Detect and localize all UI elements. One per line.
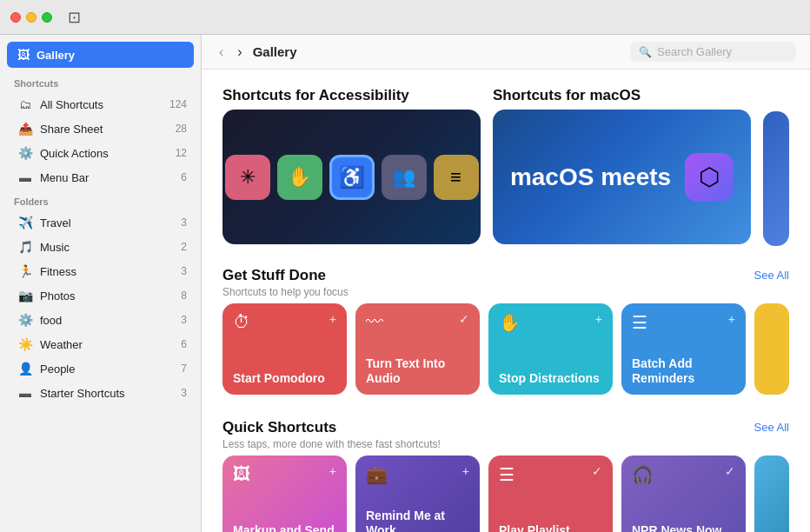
weather-icon: ☀️ <box>17 337 33 351</box>
markup-action: + <box>329 464 336 478</box>
food-label: food <box>40 314 174 327</box>
play-playlist-icon: ☰ <box>499 464 515 485</box>
stop-distractions-icon: ✋ <box>499 312 521 333</box>
toolbar: ‹ › Gallery 🔍 <box>202 35 810 70</box>
sidebar-item-people[interactable]: 👤 People 7 <box>3 357 197 380</box>
markup-icon: 🖼 <box>233 464 250 484</box>
card-top: ☰ + <box>632 312 735 333</box>
remind-work-icon: 💼 <box>366 464 388 485</box>
all-shortcuts-icon: 🗂 <box>17 97 33 111</box>
forward-button[interactable]: › <box>234 43 245 62</box>
acc-icon-green: ✋ <box>277 155 322 200</box>
people-icon: 👤 <box>17 362 33 376</box>
macos-hero-card[interactable]: macOS meets ⬡ <box>493 110 751 244</box>
travel-count: 3 <box>181 216 187 229</box>
get-stuff-done-header: Get Stuff Done Shortcuts to help you foc… <box>222 267 789 298</box>
accessibility-icons: ✳ ✋ ♿ 👥 ≡ <box>225 155 479 200</box>
fitness-count: 3 <box>181 265 187 277</box>
sidebar-item-share-sheet[interactable]: 📤 Share Sheet 28 <box>3 117 197 140</box>
accessibility-hero-card[interactable]: ✳ ✋ ♿ 👥 ≡ <box>222 110 481 244</box>
sidebar-item-menu-bar[interactable]: ▬ Menu Bar 6 <box>3 166 197 189</box>
acc-icon-pink: ✳ <box>225 155 270 200</box>
text-audio-action: ✓ <box>459 312 469 326</box>
batch-reminders-action: + <box>728 312 735 326</box>
search-box: 🔍 <box>630 42 796 62</box>
minimize-button[interactable] <box>26 12 37 23</box>
remind-work-title: Remind Me at Work <box>366 509 469 532</box>
share-sheet-label: Share Sheet <box>40 123 169 136</box>
partial-card-right-2 <box>754 456 789 532</box>
npr-title: NPR News Now <box>632 523 735 532</box>
all-shortcuts-label: All Shortcuts <box>40 98 163 111</box>
sidebar-item-gallery[interactable]: 🖼 Gallery <box>7 42 194 68</box>
accessibility-header: Shortcuts for Accessibility <box>222 87 481 104</box>
quick-shortcuts-see-all[interactable]: See All <box>754 419 789 434</box>
pomodoro-icon: ⏱ <box>233 312 250 332</box>
accessibility-title: Shortcuts for Accessibility <box>222 87 409 104</box>
search-input[interactable] <box>657 45 787 58</box>
back-button[interactable]: ‹ <box>216 43 227 62</box>
card-npr-news-now[interactable]: 🎧 ✓ NPR News Now <box>621 456 746 532</box>
stop-distractions-title: Stop Distractions <box>499 371 602 386</box>
people-label: People <box>40 362 174 376</box>
food-count: 3 <box>181 314 187 326</box>
partial-card-right <box>754 303 789 395</box>
quick-shortcuts-header: Quick Shortcuts Less taps, more done wit… <box>222 419 789 450</box>
card-batch-add-reminders[interactable]: ☰ + Batch Add Reminders <box>621 303 746 395</box>
text-audio-icon: 〰 <box>366 312 383 332</box>
people-count: 7 <box>181 362 187 375</box>
sidebar-toggle-icon[interactable]: ⊡ <box>68 8 81 27</box>
card-play-playlist[interactable]: ☰ ✓ Play Playlist <box>488 456 613 532</box>
card-top: ⏱ + <box>233 312 336 332</box>
weather-count: 6 <box>181 338 187 350</box>
sidebar-item-travel[interactable]: ✈️ Travel 3 <box>3 211 197 234</box>
card-remind-me-at-work[interactable]: 💼 + Remind Me at Work <box>355 456 480 532</box>
title-bar: ⊡ <box>0 0 810 35</box>
card-start-pomodoro[interactable]: ⏱ + Start Pomodoro <box>222 303 347 395</box>
photos-label: Photos <box>40 289 174 303</box>
macos-title: Shortcuts for macOS <box>493 87 641 104</box>
batch-reminders-icon: ☰ <box>632 312 647 333</box>
sidebar: 🖼 Gallery Shortcuts 🗂 All Shortcuts 124 … <box>0 35 202 532</box>
card-stop-distractions[interactable]: ✋ + Stop Distractions <box>488 303 613 395</box>
menu-bar-label: Menu Bar <box>40 171 174 184</box>
sidebar-item-food[interactable]: ⚙️ food 3 <box>3 309 197 331</box>
travel-icon: ✈️ <box>17 216 33 229</box>
sidebar-item-music[interactable]: 🎵 Music 2 <box>3 236 197 258</box>
share-sheet-icon: 📤 <box>17 122 33 136</box>
sidebar-item-fitness[interactable]: 🏃 Fitness 3 <box>3 260 197 283</box>
quick-shortcuts-subtitle: Less taps, more done with these fast sho… <box>222 438 441 450</box>
get-stuff-done-title: Get Stuff Done <box>222 267 349 284</box>
page-title: Gallery <box>253 44 623 59</box>
accessibility-section: Shortcuts for Accessibility ✳ ✋ ♿ 👥 ≡ <box>222 87 481 246</box>
sidebar-item-weather[interactable]: ☀️ Weather 6 <box>3 333 197 356</box>
sidebar-item-all-shortcuts[interactable]: 🗂 All Shortcuts 124 <box>3 93 197 116</box>
sidebar-gallery-label: Gallery <box>37 49 75 62</box>
starter-shortcuts-icon: ▬ <box>17 386 33 400</box>
sidebar-item-starter-shortcuts[interactable]: ▬ Starter Shortcuts 3 <box>3 382 197 404</box>
card-top: ☰ ✓ <box>499 464 602 485</box>
card-markup-and-send[interactable]: 🖼 + Markup and Send <box>222 456 347 532</box>
all-shortcuts-count: 124 <box>169 98 187 110</box>
main-content: ‹ › Gallery 🔍 Shortcuts for Accessibilit… <box>202 35 810 532</box>
pomodoro-action: + <box>329 312 336 326</box>
card-turn-text-audio[interactable]: 〰 ✓ Turn Text Into Audio <box>355 303 480 395</box>
sidebar-item-quick-actions[interactable]: ⚙️ Quick Actions 12 <box>3 142 197 164</box>
music-count: 2 <box>181 241 187 253</box>
hero-sections-row: Shortcuts for Accessibility ✳ ✋ ♿ 👥 ≡ <box>222 87 789 246</box>
get-stuff-done-see-all[interactable]: See All <box>754 267 789 282</box>
quick-actions-count: 12 <box>176 147 187 159</box>
music-icon: 🎵 <box>17 240 33 254</box>
fullscreen-button[interactable] <box>42 12 52 23</box>
get-stuff-done-subtitle: Shortcuts to help you focus <box>222 286 349 298</box>
acc-icon-blue: ♿ <box>329 155 375 200</box>
quick-shortcuts-section: Quick Shortcuts Less taps, more done wit… <box>222 419 789 532</box>
travel-label: Travel <box>40 216 174 229</box>
gallery-icon: 🖼 <box>17 48 30 62</box>
search-icon: 🔍 <box>639 46 652 58</box>
sidebar-item-photos[interactable]: 📷 Photos 8 <box>3 284 197 307</box>
photos-icon: 📷 <box>17 289 33 303</box>
close-button[interactable] <box>10 12 21 23</box>
starter-shortcuts-label: Starter Shortcuts <box>40 387 174 400</box>
card-top: 🎧 ✓ <box>632 464 735 485</box>
